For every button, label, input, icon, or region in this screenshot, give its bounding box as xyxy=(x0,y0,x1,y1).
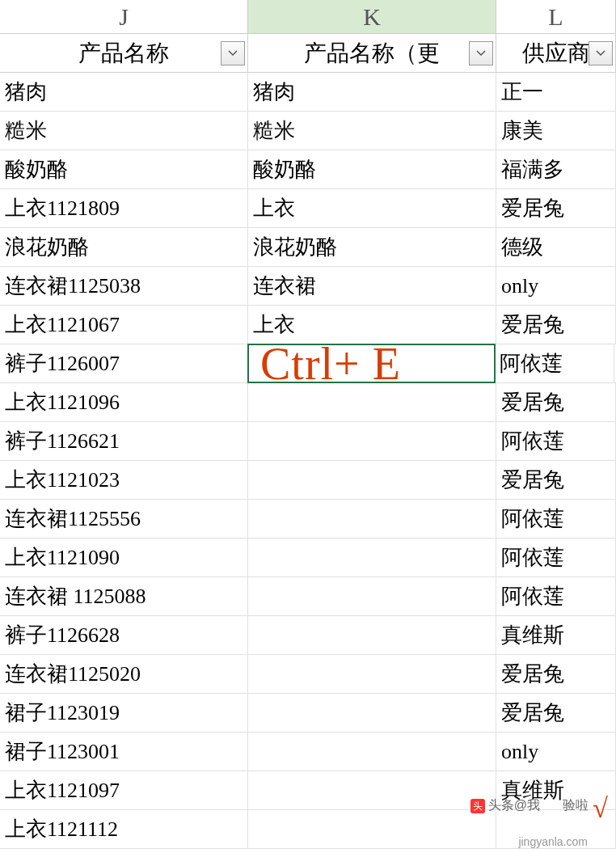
column-headers-row: J K L xyxy=(0,0,616,34)
cell-k[interactable] xyxy=(248,655,496,693)
table-row: 浪花奶酪浪花奶酪德级 xyxy=(0,228,616,267)
cell-l[interactable]: 德级 xyxy=(496,228,616,266)
cell-j[interactable]: 连衣裙1125556 xyxy=(0,500,248,538)
table-row: 上衣1121090阿依莲 xyxy=(0,538,616,577)
data-rows: 猪肉猪肉正一糙米糙米康美酸奶酪酸奶酪福满多上衣1121809上衣爱居兔浪花奶酪浪… xyxy=(0,73,616,849)
table-row: 裙子1123001only xyxy=(0,733,616,771)
cell-l[interactable]: 爱居兔 xyxy=(496,655,616,693)
header-label-l: 供应商 xyxy=(522,38,590,69)
cell-j[interactable]: 上衣1121023 xyxy=(0,461,248,499)
cell-k[interactable]: 浪花奶酪 xyxy=(248,228,496,266)
table-row: 猪肉猪肉正一 xyxy=(0,73,616,112)
table-row: 上衣1121809上衣爱居兔 xyxy=(0,189,616,228)
cell-k[interactable] xyxy=(248,694,496,732)
cell-l[interactable]: 阿依莲 xyxy=(496,422,616,460)
table-row: 连衣裙1125020爱居兔 xyxy=(0,655,616,694)
cell-k[interactable] xyxy=(248,771,496,809)
cell-k[interactable] xyxy=(248,577,496,615)
cell-k[interactable] xyxy=(248,461,496,499)
watermark-toutiao-suffix: 验啦 xyxy=(563,798,589,812)
watermark-toutiao: 头头条@我验啦 xyxy=(470,797,589,814)
cell-k[interactable] xyxy=(248,538,496,576)
cell-j[interactable]: 酸奶酪 xyxy=(0,150,248,188)
watermark-toutiao-text: 头条@我 xyxy=(488,798,540,812)
column-header-j[interactable]: J xyxy=(0,0,248,33)
cell-l[interactable]: 阿依莲 xyxy=(496,538,616,576)
chevron-down-icon xyxy=(596,50,605,57)
overlay-annotation: Ctrl+ E xyxy=(260,338,401,390)
chevron-down-icon xyxy=(228,50,238,57)
cell-k[interactable]: 猪肉 xyxy=(248,73,496,111)
header-cell-k: 产品名称（更 xyxy=(248,34,496,72)
cell-j[interactable]: 连衣裙1125038 xyxy=(0,267,248,305)
cell-k[interactable] xyxy=(248,422,496,460)
cell-l[interactable]: 爱居兔 xyxy=(496,383,616,421)
table-row: 酸奶酪酸奶酪福满多 xyxy=(0,150,616,189)
cell-l[interactable]: 阿依莲 xyxy=(496,500,616,538)
cell-j[interactable]: 糙米 xyxy=(0,112,248,150)
cell-j[interactable]: 裤子1126628 xyxy=(0,616,248,654)
cell-l[interactable]: 阿依莲 xyxy=(496,577,616,615)
cell-j[interactable]: 浪花奶酪 xyxy=(0,228,248,266)
header-label-k: 产品名称（更 xyxy=(304,38,440,69)
cell-j[interactable]: 连衣裙1125020 xyxy=(0,655,248,693)
cell-j[interactable]: 上衣1121809 xyxy=(0,189,248,227)
spreadsheet-grid: J K L 产品名称 产品名称（更 供应商 猪肉猪肉正一糙米糙米康美酸奶酪酸奶酪… xyxy=(0,0,616,849)
cell-j[interactable]: 猪肉 xyxy=(0,73,248,111)
header-cell-l: 供应商 xyxy=(496,34,616,72)
filter-button-k[interactable] xyxy=(469,41,493,65)
cell-k[interactable] xyxy=(248,616,496,654)
cell-j[interactable]: 裙子1123001 xyxy=(0,733,248,771)
table-row: 裤子1126621阿依莲 xyxy=(0,422,616,461)
table-row: 裤子1126628真维斯 xyxy=(0,616,616,655)
header-label-j: 产品名称 xyxy=(78,38,169,69)
cell-l[interactable]: 康美 xyxy=(496,112,616,150)
table-row: 连衣裙1125556阿依莲 xyxy=(0,500,616,538)
cell-k[interactable] xyxy=(248,810,496,848)
filter-button-j[interactable] xyxy=(221,41,245,65)
cell-l[interactable]: 爱居兔 xyxy=(496,694,616,732)
table-row: 连衣裙 1125088阿依莲 xyxy=(0,577,616,616)
table-row: 裙子1123019爱居兔 xyxy=(0,694,616,733)
filter-header-row: 产品名称 产品名称（更 供应商 xyxy=(0,34,616,73)
table-row: 上衣1121023爱居兔 xyxy=(0,461,616,500)
cell-k[interactable] xyxy=(248,733,496,771)
cell-l[interactable]: 真维斯 xyxy=(496,616,616,654)
table-row: 糙米糙米康美 xyxy=(0,112,616,150)
column-header-k[interactable]: K xyxy=(248,0,496,33)
cell-j[interactable]: 连衣裙 1125088 xyxy=(0,577,248,615)
cell-l[interactable]: 阿依莲 xyxy=(495,344,614,382)
cell-k[interactable]: 连衣裙 xyxy=(248,267,496,305)
table-row: 连衣裙1125038连衣裙only xyxy=(0,267,616,306)
cell-l[interactable]: 爱居兔 xyxy=(496,189,616,227)
cell-j[interactable]: 上衣1121067 xyxy=(0,306,248,344)
cell-l[interactable]: 爱居兔 xyxy=(496,461,616,499)
cell-k[interactable]: 糙米 xyxy=(248,112,496,150)
cell-l[interactable]: 爱居兔 xyxy=(496,306,616,344)
chevron-down-icon xyxy=(476,50,486,57)
toutiao-icon: 头 xyxy=(470,799,485,813)
cell-l[interactable]: only xyxy=(496,267,616,305)
column-header-l[interactable]: L xyxy=(496,0,616,33)
cell-j[interactable]: 上衣1121112 xyxy=(0,810,248,848)
cell-j[interactable]: 裤子1126007 xyxy=(0,344,248,382)
cell-k[interactable]: 上衣 xyxy=(248,189,496,227)
cell-j[interactable]: 上衣1121090 xyxy=(0,538,248,576)
cell-j[interactable]: 裤子1126621 xyxy=(0,422,248,460)
checkmark-icon: √ xyxy=(593,793,608,824)
cell-l[interactable]: 正一 xyxy=(496,73,616,111)
cell-j[interactable]: 裙子1123019 xyxy=(0,694,248,732)
filter-button-l[interactable] xyxy=(589,41,613,65)
cell-k[interactable] xyxy=(248,500,496,538)
cell-l[interactable]: only xyxy=(496,733,616,771)
watermark-jingyanla: jingyanla.com xyxy=(518,835,588,848)
cell-l[interactable]: 福满多 xyxy=(496,150,616,188)
cell-j[interactable]: 上衣1121096 xyxy=(0,383,248,421)
cell-j[interactable]: 上衣1121097 xyxy=(0,771,248,809)
cell-k[interactable]: 酸奶酪 xyxy=(248,150,496,188)
header-cell-j: 产品名称 xyxy=(0,34,248,72)
